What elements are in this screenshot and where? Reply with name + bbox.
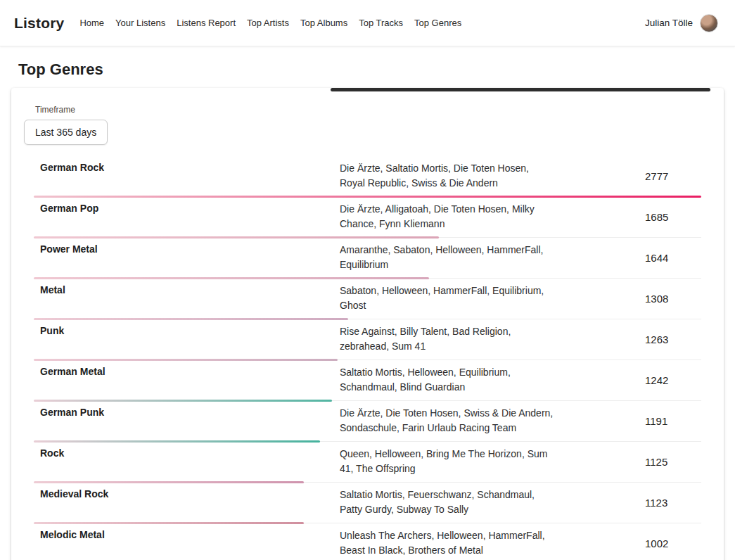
- user-avatar[interactable]: [700, 14, 718, 32]
- nav-item-your-listens[interactable]: Your Listens: [115, 18, 165, 28]
- timeframe-control: Timeframe Last 365 days: [34, 105, 701, 145]
- top-genres-card: Timeframe Last 365 days German RockDie Ä…: [11, 88, 724, 560]
- genre-row: German MetalSaltatio Mortis, Helloween, …: [34, 360, 701, 401]
- nav-links: HomeYour ListensListens ReportTop Artist…: [79, 18, 645, 28]
- genre-name: Melodic Metal: [34, 528, 340, 540]
- genre-row: RockQueen, Helloween, Bring Me The Horiz…: [34, 442, 701, 483]
- genre-count: 2777: [645, 170, 701, 182]
- nav-item-home[interactable]: Home: [79, 18, 104, 28]
- genres-table: German RockDie Ärzte, Saltatio Mortis, D…: [34, 156, 701, 560]
- horizontal-scrollbar-thumb[interactable]: [331, 88, 710, 91]
- genre-artists: Sabaton, Helloween, HammerFall, Equilibr…: [340, 284, 554, 313]
- genre-count: 1191: [645, 415, 701, 427]
- genre-name: German Pop: [34, 202, 340, 214]
- genre-row: Power MetalAmaranthe, Sabaton, Helloween…: [34, 238, 701, 279]
- nav-item-top-albums[interactable]: Top Albums: [300, 18, 347, 28]
- genre-artists: Die Ärzte, Die Toten Hosen, Swiss & Die …: [340, 406, 554, 435]
- genre-row: Melodic MetalUnleash The Archers, Hellow…: [34, 523, 701, 560]
- brand-logo[interactable]: Listory: [14, 15, 64, 32]
- genre-artists: Saltatio Mortis, Feuerschwanz, Schandmau…: [340, 488, 554, 517]
- user-area: Julian Tölle: [645, 14, 718, 32]
- genre-row: PunkRise Against, Billy Talent, Bad Reli…: [34, 319, 701, 360]
- genre-name: Power Metal: [34, 243, 340, 255]
- genre-artists: Queen, Helloween, Bring Me The Horizon, …: [340, 447, 554, 476]
- genre-count: 1685: [645, 211, 701, 223]
- user-name[interactable]: Julian Tölle: [645, 18, 693, 28]
- genre-name: Metal: [34, 284, 340, 295]
- genre-count: 1263: [645, 333, 701, 345]
- genre-artists: Unleash The Archers, Helloween, HammerFa…: [340, 528, 554, 558]
- genre-row: German PopDie Ärzte, Alligatoah, Die Tot…: [34, 197, 701, 238]
- nav-item-listens-report[interactable]: Listens Report: [177, 18, 236, 28]
- timeframe-label: Timeframe: [35, 105, 701, 115]
- genre-row: German PunkDie Ärzte, Die Toten Hosen, S…: [34, 401, 701, 442]
- genre-row: Medieval RockSaltatio Mortis, Feuerschwa…: [34, 483, 701, 523]
- genre-artists: Die Ärzte, Alligatoah, Die Toten Hosen, …: [340, 202, 554, 231]
- genre-name: Medieval Rock: [34, 488, 340, 499]
- genre-count: 1242: [645, 374, 701, 386]
- genre-row: German RockDie Ärzte, Saltatio Mortis, D…: [34, 156, 701, 197]
- genre-artists: Amaranthe, Sabaton, Helloween, HammerFal…: [340, 243, 554, 272]
- genre-name: German Metal: [34, 365, 340, 377]
- genre-artists: Rise Against, Billy Talent, Bad Religion…: [340, 324, 554, 354]
- top-nav: Listory HomeYour ListensListens ReportTo…: [0, 0, 735, 46]
- genre-name: German Rock: [34, 161, 340, 173]
- genre-artists: Die Ärzte, Saltatio Mortis, Die Toten Ho…: [340, 161, 554, 191]
- genre-name: Punk: [34, 324, 340, 336]
- genre-name: German Punk: [34, 406, 340, 418]
- genre-artists: Saltatio Mortis, Helloween, Equilibrium,…: [340, 365, 554, 395]
- page-title: Top Genres: [18, 61, 735, 79]
- genre-row: MetalSabaton, Helloween, HammerFall, Equ…: [34, 279, 701, 319]
- genre-count: 1002: [645, 537, 701, 549]
- timeframe-select[interactable]: Last 365 days: [24, 120, 108, 145]
- genre-count: 1125: [645, 456, 701, 468]
- genre-name: Rock: [34, 447, 340, 459]
- genre-count: 1123: [645, 497, 701, 509]
- genre-count: 1644: [645, 252, 701, 264]
- nav-item-top-artists[interactable]: Top Artists: [247, 18, 289, 28]
- nav-item-top-genres[interactable]: Top Genres: [414, 18, 461, 28]
- timeframe-value: Last 365 days: [35, 127, 96, 138]
- nav-item-top-tracks[interactable]: Top Tracks: [359, 18, 403, 28]
- genre-count: 1308: [645, 293, 701, 305]
